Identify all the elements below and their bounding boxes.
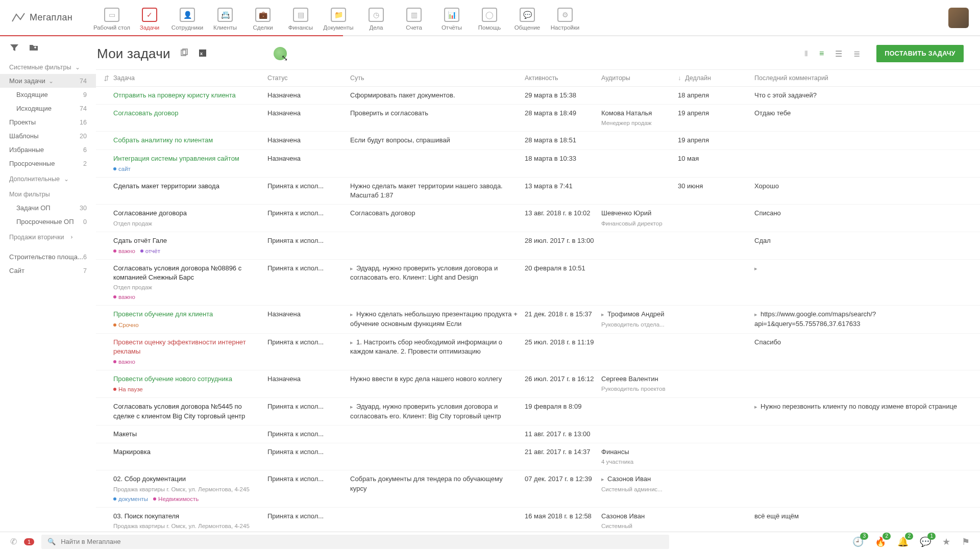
search-icon: 🔍 [47,538,56,545]
nav-item-9[interactable]: 📊Отчёты [433,5,471,31]
nav-icon: ⚙ [557,8,573,22]
nav-item-4[interactable]: 💼Сделки [244,5,282,31]
table-row[interactable]: Провести оценку эффективности интернет р… [96,334,980,370]
feedback-icon[interactable]: ⚑ [962,536,970,547]
view-kanban-icon[interactable]: ⦀ [804,49,808,58]
table-row[interactable]: Сделать макет территории заводаПринята к… [96,178,980,205]
sidebar-group-system[interactable]: Системные фильтры⌄ [0,59,96,74]
sidebar-item[interactable]: Избранные6 [0,143,96,157]
col-auditors[interactable]: Аудиторы [601,74,678,82]
search-wrap[interactable]: 🔍 [41,535,669,549]
nav-icon: ▥ [406,8,422,22]
star-icon[interactable]: ★ [942,536,950,547]
filter-icon[interactable] [9,43,19,54]
clock-icon[interactable]: 🕘3 [852,536,864,547]
sidebar: Системные фильтры⌄ Мои задачи⌄74Входящие… [0,36,96,532]
nav-item-1[interactable]: ✓Задачи [131,5,168,31]
nav-icon: ✓ [142,8,157,22]
nav-item-7[interactable]: ◷Дела [357,5,395,31]
user-avatar[interactable] [948,8,969,28]
sidebar-item[interactable]: Исходящие74 [0,102,96,115]
nav-icon: ◯ [482,8,497,22]
task-table: ⇵ Задача Статус Суть Активность Аудиторы… [96,69,980,532]
bell-icon[interactable]: 🔔2 [897,536,909,547]
table-row[interactable]: Интеграция системы управления сайтомсайт… [96,150,980,178]
sidebar-item[interactable]: Сайт7 [0,264,96,278]
sidebar-item[interactable]: Шаблоны20 [0,129,96,143]
phone-badge: 1 [24,538,34,545]
table-row[interactable]: Согласовать договорНазначенаПроверить и … [96,105,980,132]
table-row[interactable]: Согласовать условия договора №08896 с ко… [96,260,980,306]
table-row[interactable]: Согласовать условия договора №5445 по сд… [96,398,980,425]
nav-items: ▭Рабочий стол✓Задачи👤Сотрудники📇Клиенты💼… [93,5,584,31]
nav-item-3[interactable]: 📇Клиенты [206,5,244,31]
sidebar-secondary-sale[interactable]: Продажи вторички⌄ [0,229,96,244]
nav-icon: ◷ [369,8,384,22]
col-comment[interactable]: Последний комментарий [754,74,980,82]
excel-icon[interactable]: x [198,48,207,59]
sidebar-my-filters: Мои фильтры [0,186,96,201]
bottom-bar: ✆ 1 🔍 🕘3 🔥2 🔔2 💬1 ★ ⚑ [0,532,980,551]
table-header: ⇵ Задача Статус Суть Активность Аудиторы… [96,69,980,87]
nav-item-10[interactable]: ◯Помощь [471,5,508,31]
logo-text: Мегаплан [30,12,72,23]
cursor-icon: ⤡ [281,53,288,63]
sidebar-item[interactable]: Задачи ОП30 [0,201,96,215]
copy-icon[interactable] [180,48,189,59]
table-row[interactable]: Провести обучение нового сотрудникаНа па… [96,370,980,398]
col-deadline[interactable]: ↓Дедлайн [678,74,754,82]
nav-icon: 💬 [520,8,535,22]
table-row[interactable]: МакетыПринята к испол...11 авг. 2017 г. … [96,425,980,443]
nav-item-11[interactable]: 💬Общение [508,5,546,31]
nav-item-2[interactable]: 👤Сотрудники [168,5,206,31]
view-list-icon[interactable]: ≡ [819,49,824,58]
svg-text:x: x [200,51,203,56]
add-folder-icon[interactable] [29,43,39,54]
phone-icon[interactable]: ✆ [10,537,17,546]
sidebar-group-additional[interactable]: Дополнительные⌄ [0,170,96,186]
loading-indicator: ⤡ [274,47,287,60]
sidebar-item[interactable]: Входящие9 [0,88,96,102]
table-row[interactable]: Согласование договораОтдел продажПринята… [96,205,980,232]
nav-icon: 📇 [217,8,233,22]
nav-item-6[interactable]: 📁Документы [320,5,357,31]
sidebar-item[interactable]: Проекты16 [0,115,96,129]
sort-icon[interactable]: ⇵ [99,74,113,82]
nav-icon: 📁 [331,8,346,22]
nav-item-12[interactable]: ⚙Настройки [546,5,584,31]
create-task-button[interactable]: ПОСТАВИТЬ ЗАДАЧУ [876,45,964,62]
search-input[interactable] [61,538,663,545]
sidebar-item[interactable]: Просроченные2 [0,157,96,170]
col-task[interactable]: Задача [113,74,267,82]
table-row[interactable]: Провести обучение для клиентаСрочноНазна… [96,306,980,333]
table-row[interactable]: 03. Поиск покупателяПродажа квартиры г. … [96,508,980,532]
chat-icon[interactable]: 💬1 [920,536,931,547]
sidebar-item[interactable]: Просроченные ОП0 [0,215,96,229]
col-activity[interactable]: Активность [525,74,601,82]
fire-icon[interactable]: 🔥2 [875,536,886,547]
sidebar-item[interactable]: Строительство площа...6 [0,250,96,264]
table-row[interactable]: Отправить на проверку юристу клиентаНазн… [96,87,980,105]
nav-icon: 👤 [180,8,195,22]
table-row[interactable]: 02. Сбор документацииПродажа квартиры г.… [96,470,980,507]
nav-item-0[interactable]: ▭Рабочий стол [93,5,131,31]
nav-icon: ▤ [293,8,308,22]
page-title: Мои задачи [97,46,170,62]
nav-icon: ▭ [104,8,119,22]
col-essence[interactable]: Суть [350,74,525,82]
view-gantt-icon[interactable]: ≣ [853,49,860,59]
sidebar-item[interactable]: Мои задачи⌄74 [0,74,96,88]
nav-item-5[interactable]: ▤Финансы [282,5,320,31]
top-nav: Мегаплан ▭Рабочий стол✓Задачи👤Сотрудники… [0,0,980,36]
table-row[interactable]: Собрать аналитику по клиентамНазначенаЕс… [96,132,980,149]
table-row[interactable]: МаркировкаПринята к испол...21 авг. 2017… [96,443,980,470]
logo[interactable]: Мегаплан [11,12,72,23]
view-compact-icon[interactable]: ☰ [835,49,842,59]
nav-icon: 💼 [255,8,271,22]
nav-item-8[interactable]: ▥Счета [395,5,433,31]
table-row[interactable]: Сдать отчёт ГалеважноотчётПринята к испо… [96,232,980,260]
col-status[interactable]: Статус [267,74,350,82]
main-area: Мои задачи x ⤡ ⦀ ≡ ☰ ≣ ПОСТАВИТЬ ЗАДАЧУ … [96,36,980,532]
nav-icon: 📊 [444,8,459,22]
